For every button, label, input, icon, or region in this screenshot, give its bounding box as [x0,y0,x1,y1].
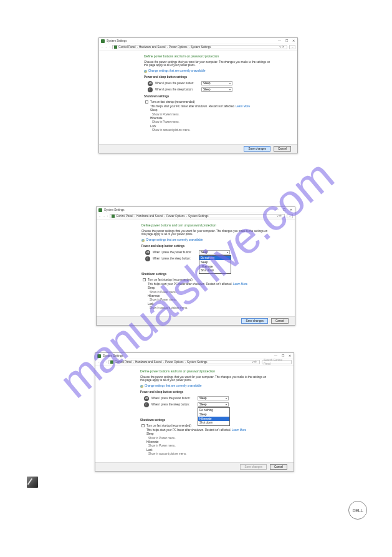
breadcrumb-item[interactable]: Power Options [169,46,188,49]
button-bar: Save changes Cancel [99,144,297,153]
power-button-label: When I press the power button: [155,82,199,85]
breadcrumb-item[interactable]: Control Panel [115,361,131,364]
power-icon: ⏻ [144,396,149,401]
titlebar: System Settings — ☐ ✕ [97,207,295,213]
learn-more-link[interactable]: Learn More [232,429,246,432]
address-icon [110,361,113,364]
address-refresh[interactable]: v ⟳ [277,215,283,218]
minimize-button[interactable]: — [277,39,282,43]
close-button[interactable]: ✕ [291,39,295,43]
nav-bar: ← → ↑ Control Panel› Hardware and Sound›… [99,44,297,51]
option-lock: Lock [146,448,294,452]
dropdown-option[interactable]: Sleep [199,260,231,264]
breadcrumb-item[interactable]: Hardware and Sound [135,361,162,364]
fast-startup-checkbox[interactable] [143,278,146,281]
search-input[interactable]: ⌕ [289,45,295,49]
fast-startup-checkbox[interactable] [141,424,145,427]
cancel-button[interactable]: Cancel [274,146,291,152]
power-button-dropdown[interactable]: Sleep▾ [198,396,229,400]
sleep-button-dropdown[interactable]: Sleep▾ [201,87,232,92]
power-dropdown-list: Do nothing Sleep Hibernate Shut down [199,255,231,273]
option-hibernate-sub: Show in Power menu. [150,298,295,302]
cancel-button[interactable]: Cancel [271,318,289,324]
breadcrumb-item[interactable]: Control Panel [116,215,133,218]
page-description: Choose the power settings that you want … [140,375,271,383]
learn-more-link[interactable]: Learn More [236,105,250,108]
system-settings-window-3: System Settings — ☐ ✕ ← → ↑ Control Pane… [95,352,294,472]
dropdown-option[interactable]: Shut down [198,421,229,425]
forward-button[interactable]: → [103,215,106,218]
minimize-button[interactable]: — [274,354,278,358]
breadcrumb-item[interactable]: System Settings [191,46,211,49]
content-area: Define power buttons and turn on passwor… [97,220,295,316]
button-bar: Save changes Cancel [95,462,294,471]
section-power-sleep: Power and sleep button settings [141,245,295,248]
breadcrumb-item[interactable]: System Settings [188,215,209,218]
dropdown-option[interactable]: Sleep [198,412,229,417]
back-button[interactable]: ← [101,46,104,49]
breadcrumb-item[interactable]: System Settings [187,361,208,364]
window-title: System Settings [103,354,274,358]
address-refresh[interactable]: v ⟳ [279,46,285,49]
breadcrumb-item[interactable]: Hardware and Sound [136,215,163,218]
change-settings-link[interactable]: Change settings that are currently unava… [148,69,206,72]
save-changes-button[interactable]: Save changes [244,146,270,152]
window-title: System Settings [104,208,275,212]
maximize-button[interactable]: ☐ [280,354,285,358]
system-settings-window-1: System Settings — ☐ ✕ ← → ↑ Control Pane… [98,37,298,153]
save-changes-button[interactable]: Save changes [241,318,268,324]
breadcrumb-item[interactable]: Power Options [166,215,185,218]
search-input[interactable]: Search Control Panel [262,360,292,364]
sleep-button-label: When I press the sleep button: [153,257,196,261]
power-button-dropdown[interactable]: Sleep▾ [201,81,232,85]
dropdown-option[interactable]: Do nothing [199,256,231,260]
address-bar[interactable]: Control Panel› Hardware and Sound› Power… [108,360,260,364]
forward-button[interactable]: → [105,46,108,49]
sleep-button-dropdown[interactable]: Sleep▾ Do nothing Sleep Hibernate Shut d… [198,402,229,407]
address-refresh[interactable]: v ⟳ [252,361,258,364]
up-button[interactable]: ↑ [107,215,108,218]
up-button[interactable]: ↑ [105,361,107,364]
maximize-button[interactable]: ☐ [282,208,286,212]
close-button[interactable]: ✕ [287,354,292,358]
change-settings-link[interactable]: Change settings that are currently unava… [145,384,202,387]
save-changes-button[interactable]: Save changes [240,464,267,470]
sleep-icon: ☾ [145,256,150,261]
section-power-sleep: Power and sleep button settings [140,390,294,394]
shield-icon [141,239,145,242]
minimize-button[interactable]: — [275,208,279,212]
address-bar[interactable]: Control Panel› Hardware and Sound› Power… [110,214,285,218]
up-button[interactable]: ↑ [109,46,110,49]
fast-startup-help: This helps start your PC faster after sh… [146,429,231,432]
forward-button[interactable]: → [102,361,105,364]
back-button[interactable]: ← [97,361,100,364]
maximize-button[interactable]: ☐ [284,39,289,43]
breadcrumb-item[interactable]: Control Panel [118,46,135,49]
breadcrumb-item[interactable]: Power Options [165,361,184,364]
button-bar: Save changes Cancel [97,316,295,325]
option-lock: Lock [150,125,297,128]
section-power-sleep: Power and sleep button settings [144,75,297,79]
option-sleep: Sleep [148,286,295,290]
page-heading: Define power buttons and turn on passwor… [144,54,297,59]
dropdown-option[interactable]: Shut down [199,269,231,273]
dropdown-option[interactable]: Hibernate [199,264,231,269]
dropdown-option[interactable]: Hibernate [198,417,229,421]
dell-logo: DELL [348,501,367,520]
page-description: Choose the power settings that you want … [144,61,275,68]
search-input[interactable]: ⌕ [287,214,293,218]
cancel-button[interactable]: Cancel [270,464,287,470]
dropdown-option[interactable]: Do nothing [198,408,229,412]
power-button-dropdown[interactable]: Sleep▾ Do nothing Sleep Hibernate Shut d… [199,250,230,254]
option-sleep-sub: Show in Power menu. [152,113,297,117]
change-settings-link[interactable]: Change settings that are currently unava… [146,238,203,241]
address-bar[interactable]: Control Panel› Hardware and Sound› Power… [112,45,287,49]
titlebar: System Settings — ☐ ✕ [99,38,297,44]
back-button[interactable]: ← [98,215,102,218]
close-button[interactable]: ✕ [289,208,293,212]
sleep-icon: ☾ [148,87,153,92]
fast-startup-checkbox[interactable] [145,100,148,104]
learn-more-link[interactable]: Learn More [233,283,247,286]
breadcrumb-item[interactable]: Hardware and Sound [139,46,166,49]
sleep-button-label: When I press the sleep button: [155,88,199,92]
